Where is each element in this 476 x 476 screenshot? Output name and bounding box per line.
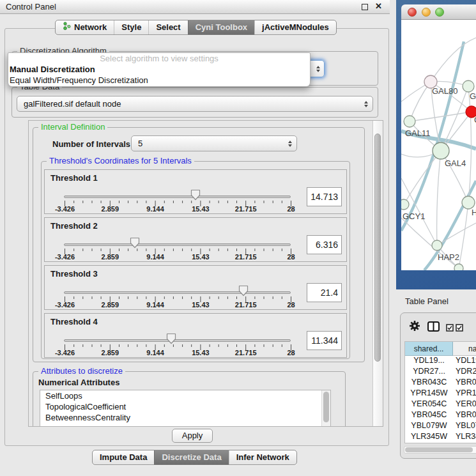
slider-tick-label: 15.43	[192, 253, 210, 261]
split-view-icon[interactable]	[427, 321, 440, 334]
svg-text:GA: GA	[470, 91, 476, 101]
table-row[interactable]: YDL19...YDL19...	[405, 356, 476, 367]
threshold-panel: Threshold 3-3.4262.8599.14415.4321.71528…	[44, 265, 347, 310]
interval-definition-group-title: Interval Definition	[38, 122, 107, 132]
combo-up-arrow-icon	[288, 141, 292, 143]
algorithm-dropdown-popup: Select algorithm to view settings Manual…	[8, 52, 311, 87]
attributes-group-title: Attributes to discretize	[38, 366, 125, 376]
attribute-list-item[interactable]: SelfLoops	[40, 390, 330, 401]
checkbox-checked-icon[interactable]	[456, 323, 463, 334]
tab-network[interactable]: Network	[56, 20, 114, 35]
apply-button[interactable]: Apply	[172, 429, 213, 443]
table-row[interactable]: YDR27...YDR27...	[405, 367, 476, 378]
slider-ticks	[64, 344, 292, 351]
slider-tick-label: 2.859	[102, 301, 119, 309]
column-header-name[interactable]: name	[453, 342, 476, 356]
threshold-slider-thumb[interactable]	[238, 285, 249, 296]
threshold-value-field[interactable]: 11.344	[307, 331, 342, 350]
combo-down-arrow-icon	[288, 144, 292, 147]
cell-name: YDL19...	[453, 356, 476, 367]
threshold-value-field[interactable]: 14.713	[307, 187, 342, 206]
control-panel-titlebar: Control Panel ✕	[0, 0, 390, 14]
slider-tick-label: 21.715	[235, 301, 257, 309]
slider-tick-label: -3.426	[55, 349, 75, 357]
cell-shared-name: YBL079W	[405, 421, 453, 432]
tab-cyni-toolbox[interactable]: Cyni Toolbox	[188, 20, 254, 35]
table-row[interactable]: YPR145WYPR145W	[405, 388, 476, 399]
cell-name: YIL052C	[453, 443, 476, 443]
algorithm-option-manual[interactable]: Manual Discretization	[8, 64, 310, 75]
network-window-titlebar[interactable]	[401, 4, 476, 20]
cell-shared-name: YIL052C	[405, 443, 453, 443]
table-horizontal-scrollbar[interactable]	[404, 446, 476, 454]
thresholds-group-title: Threshold's Coordinates for 5 Intervals	[47, 156, 194, 165]
threshold-value-field[interactable]: 6.316	[307, 235, 342, 254]
table-row[interactable]: YBR045CYBR045C	[405, 410, 476, 421]
table-row[interactable]: YER054CYER054C	[405, 399, 476, 410]
table-hscrollbar-thumb[interactable]	[405, 447, 473, 452]
table-row[interactable]: YLR345WYLR345W	[405, 432, 476, 443]
tab-jactivemnodules[interactable]: jActiveMNodules	[254, 20, 336, 35]
column-header-shared-name[interactable]: shared...	[405, 342, 453, 356]
settings-vertical-scrollbar[interactable]	[372, 121, 383, 426]
table-row[interactable]: YBL079WYBL079W	[405, 421, 476, 432]
threshold-value-field[interactable]: 21.4	[307, 283, 342, 302]
slider-tick-label: 15.43	[192, 301, 210, 309]
node-attribute-table[interactable]: shared... name YDL19...YDL19...YDR27...Y…	[404, 341, 476, 443]
table-row[interactable]: YBR043CYBR043C	[405, 378, 476, 388]
close-icon[interactable]: ✕	[375, 1, 382, 11]
close-traffic-light-icon[interactable]	[408, 8, 417, 17]
cell-shared-name: YDR27...	[405, 367, 453, 378]
minimize-traffic-light-icon[interactable]	[422, 8, 431, 17]
tab-label: Style	[121, 20, 141, 35]
attribute-list-item[interactable]: TopologicalCoefficient	[40, 401, 330, 412]
table-row[interactable]: YIL052CYIL052C	[405, 443, 476, 443]
svg-text:GAL4: GAL4	[445, 158, 466, 168]
threshold-slider-track[interactable]	[64, 291, 291, 294]
zoom-traffic-light-icon[interactable]	[435, 8, 444, 17]
network-canvas[interactable]: GAL80GACGAL11GAL4GCY1HHAP2	[401, 20, 476, 270]
slider-ticks	[64, 201, 292, 208]
threshold-slider-track[interactable]	[64, 196, 291, 198]
settings-scrollbar-thumb[interactable]	[374, 134, 381, 362]
algorithm-option-equal-width[interactable]: Equal Width/Frequency Discretization	[8, 75, 310, 86]
threshold-slider-thumb[interactable]	[130, 237, 140, 249]
checkbox-checked-icon[interactable]	[446, 323, 454, 334]
slider-tick-label: -3.426	[55, 205, 75, 213]
attributes-list-scrollbar[interactable]	[321, 390, 330, 427]
table-data-select[interactable]: galFiltered.sif default node	[17, 96, 373, 112]
table-panel: shared... name YDL19...YDL19...YDR27...Y…	[400, 312, 476, 459]
threshold-slider-thumb[interactable]	[190, 189, 201, 201]
app-root: Control Panel ✕ NetworkStyleSelectCyni T…	[0, 0, 476, 476]
slider-tick-label: 9.144	[146, 253, 164, 261]
network-view-window[interactable]: GAL80GACGAL11GAL4GCY1HHAP2	[396, 0, 476, 289]
thresholds-group: Threshold's Coordinates for 5 Intervals …	[41, 161, 350, 359]
cell-name: YBL079W	[453, 421, 476, 432]
threshold-slider-thumb[interactable]	[166, 333, 176, 344]
attribute-list-item[interactable]: BetweennessCentrality	[40, 412, 330, 423]
slider-tick-label: 15.43	[192, 349, 210, 357]
tab-label: Impute Data	[100, 450, 147, 464]
tab-style[interactable]: Style	[114, 20, 148, 35]
tab-label: Network	[74, 20, 107, 35]
tab-label: Cyni Toolbox	[196, 20, 247, 35]
tab-infer-network[interactable]: Infer Network	[229, 450, 296, 464]
numerical-attributes-list[interactable]: SelfLoopsTopologicalCoefficientBetweenne…	[40, 390, 331, 427]
tab-discretize-data[interactable]: Discretize Data	[154, 450, 228, 464]
gear-icon[interactable]	[409, 320, 420, 334]
number-of-intervals-select[interactable]: 5	[131, 135, 297, 151]
tab-select[interactable]: Select	[148, 20, 187, 35]
float-window-icon[interactable]	[362, 4, 368, 10]
attributes-list-scrollbar-thumb[interactable]	[323, 392, 329, 422]
tab-impute-data[interactable]: Impute Data	[93, 450, 154, 464]
combo-down-arrow-icon	[364, 105, 368, 107]
threshold-slider-track[interactable]	[64, 339, 291, 342]
svg-text:H: H	[472, 208, 476, 217]
algorithm-dropdown-hint: Select algorithm to view settings	[8, 53, 310, 64]
threshold-slider-track[interactable]	[64, 243, 291, 246]
cell-name: YDR27...	[453, 367, 476, 378]
slider-tick-label: 9.144	[146, 349, 164, 357]
slider-ticks	[64, 296, 292, 303]
cell-name: YBR043C	[453, 378, 476, 388]
slider-tick-label: 21.715	[235, 253, 257, 261]
